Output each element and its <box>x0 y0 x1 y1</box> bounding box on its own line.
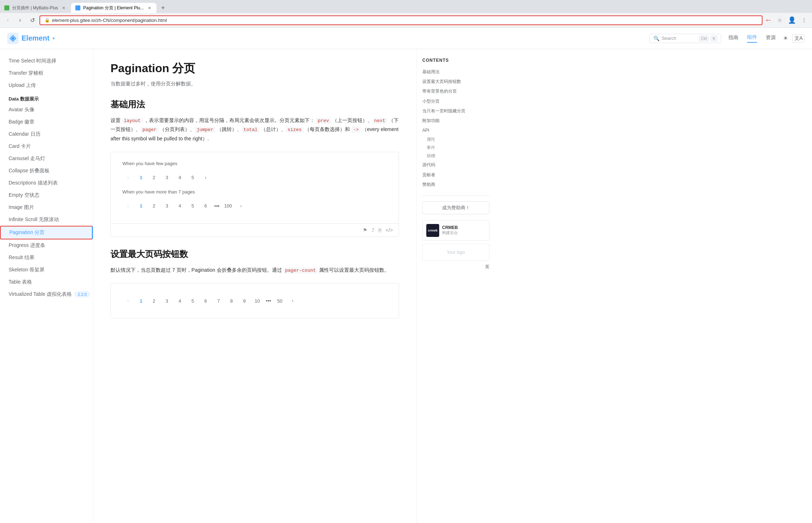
sidebar-item-progress[interactable]: Progress 进度条 <box>0 239 93 252</box>
demo1-label1: When you have few pages <box>122 161 387 166</box>
sidebar-item-table[interactable]: Table 表格 <box>0 276 93 288</box>
page-btn-1-5[interactable]: 5 <box>187 172 198 183</box>
svg-point-1 <box>11 37 14 40</box>
nav-component[interactable]: 组件 <box>747 34 757 43</box>
page-dots-3: ••• <box>264 298 273 304</box>
logo-text: Element <box>22 34 50 42</box>
page-btn-1-3[interactable]: 3 <box>161 172 173 183</box>
sidebar-item-upload[interactable]: Upload 上传 <box>0 79 93 92</box>
page-btn-1-1[interactable]: 1 <box>135 172 147 183</box>
your-logo-text: Your logo <box>447 250 465 255</box>
header-search[interactable]: 🔍 Search Ctrl K <box>649 34 721 43</box>
page-btn-3-6[interactable]: 6 <box>200 295 211 307</box>
bookmark-button[interactable]: ☆ <box>775 15 785 25</box>
page-btn-3-3[interactable]: 3 <box>161 295 173 307</box>
page-desc: 当数据量过多时，使用分页分解数据。 <box>111 81 399 87</box>
toc-item-10[interactable]: 源代码 <box>422 160 489 170</box>
page-btn-2-100[interactable]: 100 <box>222 200 234 212</box>
sidebar-item-carousel[interactable]: Carousel 走马灯 <box>0 153 93 165</box>
prev-btn-1[interactable]: ‹ <box>122 172 134 183</box>
tab2-close[interactable]: ✕ <box>146 5 152 11</box>
sidebar-item-transfer[interactable]: Transfer 穿梭框 <box>0 67 93 79</box>
toc-item-6[interactable]: API <box>422 126 489 135</box>
toc-sub-0[interactable]: 属性 <box>422 135 489 144</box>
toc-item-5[interactable]: 附加功能 <box>422 116 489 126</box>
back-button[interactable]: ‹ <box>3 15 13 25</box>
nav-resource[interactable]: 资源 <box>766 34 776 42</box>
sidebar-item-calendar[interactable]: Calendar 日历 <box>0 128 93 140</box>
logo[interactable]: Element+ <box>7 33 55 44</box>
sidebar-item-card[interactable]: Card 卡片 <box>0 140 93 153</box>
next-btn-2[interactable]: › <box>235 200 247 212</box>
demo-pin-icon[interactable]: ⚑ <box>363 227 367 233</box>
page-btn-2-3[interactable]: 3 <box>161 200 173 212</box>
page-btn-2-4[interactable]: 4 <box>174 200 186 212</box>
prev-btn-3[interactable]: ‹ <box>122 295 134 307</box>
page-btn-3-4[interactable]: 4 <box>174 295 186 307</box>
sponsor-card-crmeb[interactable]: crmeb CRMEB 构建后台 <box>422 220 489 241</box>
lang-toggle[interactable]: 文A <box>792 34 805 43</box>
sidebar-item-descriptions[interactable]: Descriptions 描述列表 <box>0 177 93 189</box>
sidebar-item-skeleton[interactable]: Skeleton 骨架屏 <box>0 264 93 276</box>
sidebar-item-image[interactable]: Image 图片 <box>0 201 93 214</box>
menu-button[interactable]: ⋮ <box>799 15 809 25</box>
page-btn-3-2[interactable]: 2 <box>148 295 160 307</box>
toc-sub-2[interactable]: 插槽 <box>422 152 489 160</box>
page-btn-2-2[interactable]: 2 <box>148 200 160 212</box>
become-sponsor-btn[interactable]: 成为赞助商！ <box>422 201 489 214</box>
page-btn-2-5[interactable]: 5 <box>187 200 198 212</box>
page-btn-3-50[interactable]: 50 <box>274 295 286 307</box>
tab-2[interactable]: Pagination 分页 | Element Plu... ✕ <box>71 3 157 13</box>
next-btn-3[interactable]: › <box>287 295 299 307</box>
demo-code-icon[interactable]: </> <box>386 227 393 233</box>
toc-item-11[interactable]: 贡献者 <box>422 170 489 180</box>
toc-item-2[interactable]: 带有背景色的分页 <box>422 87 489 96</box>
url-text: element-plus.gitee.io/zh-CN/component/pa… <box>52 18 757 23</box>
sidebar-item-result[interactable]: Result 结果 <box>0 252 93 264</box>
header-icons: ☀ 文A <box>783 34 805 43</box>
page-btn-3-7[interactable]: 7 <box>213 295 224 307</box>
your-logo-placeholder[interactable]: Your logo <box>422 244 489 261</box>
sidebar-item-vt[interactable]: Virtualized Table 虚拟化表格 2.2.0 <box>0 288 93 300</box>
demo-copy-icon[interactable]: ⎘ <box>379 227 381 233</box>
next-btn-1[interactable]: › <box>200 172 211 183</box>
sidebar-item-pagination[interactable]: Pagination 分页 <box>0 226 93 239</box>
demo-share-icon[interactable]: ⤴ <box>372 227 374 233</box>
reload-button[interactable]: ↺ <box>27 15 37 25</box>
demo-content-2: ‹ 1 2 3 4 5 6 7 8 9 10 ••• 50 › <box>111 284 399 318</box>
toc-item-4[interactable]: 当只有一页时隐藏分页 <box>422 106 489 116</box>
sidebar-item-collapse[interactable]: Collapse 折叠面板 <box>0 165 93 177</box>
toc-sub-1[interactable]: 事件 <box>422 144 489 152</box>
sidebar-item-infinitescroll[interactable]: Infinite Scroll 无限滚动 <box>0 214 93 226</box>
pagination-2: ‹ 1 2 3 4 5 6 ••• 100 › <box>122 200 387 212</box>
address-bar[interactable]: 🔒 element-plus.gitee.io/zh-CN/component/… <box>39 15 762 25</box>
theme-toggle[interactable]: ☀ <box>783 35 788 42</box>
page-btn-1-2[interactable]: 2 <box>148 172 160 183</box>
toc-item-1[interactable]: 设置最大页码按钮数 <box>422 77 489 87</box>
tab1-close[interactable]: ✕ <box>61 5 67 11</box>
page-btn-3-9[interactable]: 9 <box>239 295 250 307</box>
tab-add[interactable]: + <box>158 3 168 13</box>
sidebar-item-vt-label: Virtualized Table 虚拟化表格 <box>9 291 72 298</box>
tab-1[interactable]: 分页插件 | MyBatis-Plus ✕ <box>0 3 71 13</box>
sidebar-item-badge[interactable]: Badge 徽章 <box>0 116 93 128</box>
page-btn-3-8[interactable]: 8 <box>226 295 237 307</box>
page-btn-1-4[interactable]: 4 <box>174 172 186 183</box>
section1-title: 基础用法 <box>111 99 399 110</box>
account-button[interactable]: 👤 <box>787 15 797 25</box>
prev-btn-2[interactable]: ‹ <box>122 200 134 212</box>
page-btn-2-6[interactable]: 6 <box>200 200 211 212</box>
toc-item-12[interactable]: 赞助商 <box>422 180 489 190</box>
sidebar-item-timeselect[interactable]: Time Select 时间选择 <box>0 55 93 67</box>
page-btn-2-1[interactable]: 1 <box>135 200 147 212</box>
nav-guide[interactable]: 指南 <box>728 34 738 42</box>
toc-item-3[interactable]: 小型分页 <box>422 97 489 106</box>
toc-item-0[interactable]: 基础用法 <box>422 67 489 77</box>
forward-button[interactable]: › <box>15 15 25 25</box>
page-btn-3-5[interactable]: 5 <box>187 295 198 307</box>
lang-text: 英 <box>485 264 489 269</box>
page-btn-3-10[interactable]: 10 <box>252 295 263 307</box>
sidebar-item-avatar[interactable]: Avatar 头像 <box>0 104 93 116</box>
page-btn-3-1[interactable]: 1 <box>135 295 147 307</box>
sidebar-item-empty[interactable]: Empty 空状态 <box>0 189 93 201</box>
